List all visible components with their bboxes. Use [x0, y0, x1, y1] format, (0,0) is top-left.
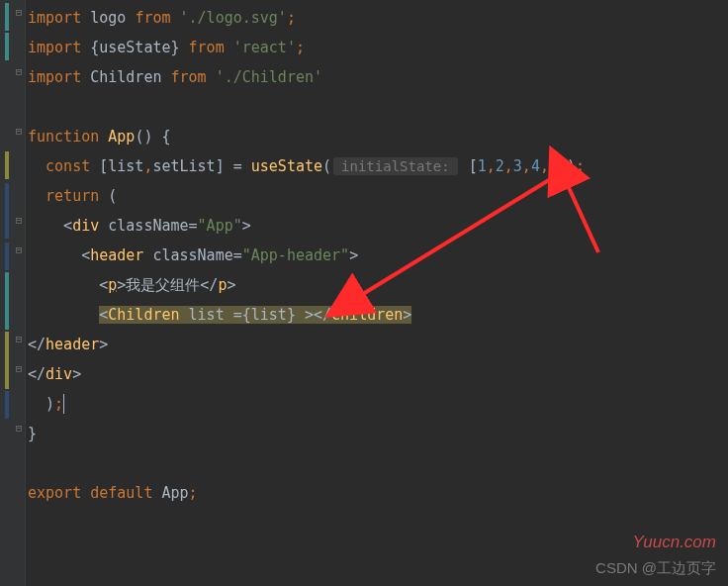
fold-icon[interactable]: ⊟ — [14, 364, 24, 374]
code-line: import {useState} from 'react'; — [28, 33, 305, 62]
fold-icon[interactable]: ⊟ — [14, 335, 24, 344]
code-line: const [list,setList] = useState(initialS… — [28, 151, 585, 181]
text-cursor — [63, 394, 64, 414]
fold-icon[interactable]: ⊟ — [14, 216, 24, 226]
code-line: function App() { — [28, 122, 171, 151]
fold-icon[interactable]: ⊟ — [14, 127, 24, 137]
code-line: import Children from './Children' — [28, 62, 322, 92]
csdn-watermark: CSDN @工边页字 — [595, 559, 716, 578]
watermark: Yuucn.com — [633, 533, 716, 552]
code-line: <p>我是父组件</p> — [28, 270, 235, 300]
code-line: return ( — [28, 181, 117, 211]
code-line: import logo from './logo.svg'; — [28, 3, 296, 33]
code-line: </div> — [28, 359, 81, 389]
fold-icon[interactable]: ⊟ — [14, 67, 24, 77]
editor-gutter: ⊟ ⊟ ⊟ ⊟ ⊟ ⊟ ⊟ ⊟ — [0, 0, 26, 586]
fold-icon[interactable]: ⊟ — [14, 424, 24, 434]
code-line: ); — [28, 389, 64, 419]
code-line: } — [28, 419, 37, 448]
parameter-hint: initialState: — [333, 157, 458, 175]
code-line: <header className="App-header"> — [28, 241, 358, 270]
code-line: export default App; — [28, 478, 198, 508]
fold-icon[interactable]: ⊟ — [14, 8, 24, 18]
code-line: </header> — [28, 330, 108, 359]
code-editor[interactable]: import logo from './logo.svg'; import {u… — [26, 0, 728, 586]
code-line: <div className="App"> — [28, 211, 251, 241]
code-line: <Children list ={list} ></Children> — [28, 300, 411, 330]
fold-icon[interactable]: ⊟ — [14, 245, 24, 255]
